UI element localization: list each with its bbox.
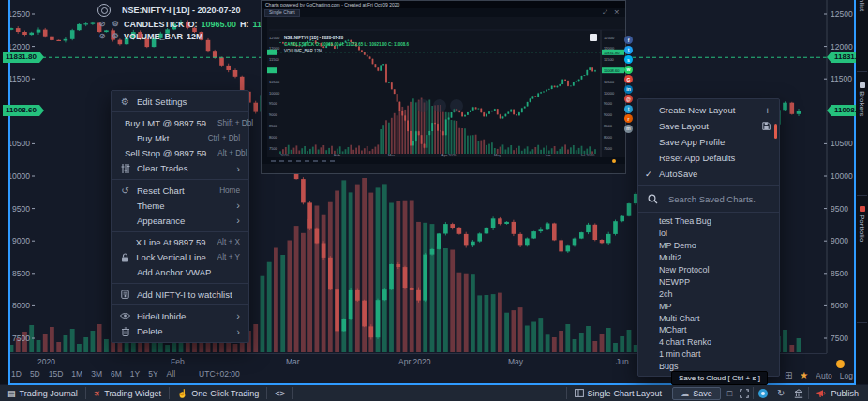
saved-chart-item[interactable]: New Protocol <box>638 264 779 276</box>
svg-text:9500: 9500 <box>269 101 278 106</box>
menu-item-edit-settings[interactable]: ⚙ Edit Settings <box>112 94 248 109</box>
maximize-button[interactable]: □ <box>724 385 736 401</box>
menu-item-theme[interactable]: Theme › <box>112 198 248 213</box>
search-input[interactable] <box>666 193 770 205</box>
menu-item-add-to-watchlist[interactable]: Add NIFTY-I to watchlist <box>112 287 248 302</box>
menu-scrollbar-thumb[interactable] <box>774 124 777 139</box>
share-icon-facebook[interactable]: f <box>624 36 633 44</box>
saved-chart-item[interactable]: Multi Chart <box>638 312 779 324</box>
share-icon-gmail[interactable]: @ <box>624 95 633 103</box>
share-icon-telegram[interactable]: t <box>624 105 633 113</box>
menu-item-lock-vertical-line[interactable]: Lock Vertical Line Alt + Y <box>112 250 248 265</box>
trading-journal-button[interactable]: ▤ Trading Journal <box>0 385 85 401</box>
menu-item-reset-chart[interactable]: ↺ Reset Chart Home <box>112 183 248 198</box>
share-icon-whatsapp[interactable]: w <box>624 66 633 74</box>
saved-chart-item[interactable]: MP Demo <box>638 240 779 252</box>
tf-all[interactable]: All <box>167 369 175 379</box>
gear-icon[interactable]: ⚙ <box>111 20 120 28</box>
menu-item-save-app-profile[interactable]: Save App Profile <box>638 134 779 150</box>
share-icon-google[interactable]: G <box>624 75 633 83</box>
tf-15d[interactable]: 15D <box>49 369 64 379</box>
share-icon-email[interactable]: m <box>624 125 633 133</box>
one-click-trading-button[interactable]: ☝ One-Click Trading <box>170 385 266 401</box>
share-icon-linkedin[interactable]: in <box>624 85 633 94</box>
menu-item-buy-lmt[interactable]: Buy LMT @ 9897.59 Shift + Dbl <box>112 115 248 130</box>
log-scale-toggle[interactable]: Log <box>840 371 853 380</box>
saved-chart-item[interactable]: Multi2 <box>638 252 779 264</box>
open-label: O: <box>188 20 198 29</box>
megaphone-icon <box>816 389 827 398</box>
code-button[interactable]: <> <box>267 385 292 401</box>
layout-menu: Create New Layout + Save Layout Save App… <box>637 98 780 377</box>
eye-off-icon[interactable]: ⊘ <box>97 32 107 40</box>
price-axis-label: 8000 <box>831 301 848 310</box>
trash-icon <box>119 327 131 336</box>
saved-charts-search[interactable] <box>638 188 779 209</box>
star-icon[interactable]: ★ <box>800 370 808 380</box>
svg-text:11500: 11500 <box>269 57 280 62</box>
share-icon-twitter[interactable]: t <box>624 46 633 54</box>
sync-button[interactable]: ↻ <box>772 385 789 401</box>
volume-study-name[interactable]: VOLUME_BAR <box>124 32 183 41</box>
eye-off-icon[interactable]: ⊘ <box>97 20 107 28</box>
tf-6m[interactable]: 6M <box>111 369 122 379</box>
save-button[interactable]: ☁ Save <box>672 387 721 400</box>
price-tag: 11831.80 <box>3 52 39 63</box>
menu-item-reset-app-defaults[interactable]: Reset App Defaults <box>638 150 779 166</box>
grid-icon[interactable]: ⊞ <box>785 370 792 380</box>
screenshot-button[interactable] <box>754 385 772 401</box>
publish-button[interactable]: Publish <box>809 385 866 401</box>
tf-1d[interactable]: 1D <box>11 369 22 379</box>
menu-item-add-anchor-vwap[interactable]: Add Anchor VWAP <box>112 265 248 280</box>
menu-item-x-line[interactable]: X Line At 9897.59 Alt + X <box>112 235 248 250</box>
portfolio-icon <box>860 206 865 212</box>
study-name[interactable]: CANDLESTICK <box>124 20 185 29</box>
single-chart-layout-button[interactable]: Single-Chart Layout <box>567 385 670 401</box>
date-axis-label: Mar <box>286 357 300 366</box>
cloud-icon: ☁ <box>681 389 689 398</box>
tf-5y[interactable]: 5Y <box>148 369 157 379</box>
menu-item-buy-mkt[interactable]: Buy Mkt Ctrl + Dbl <box>112 130 248 145</box>
saved-chart-item[interactable]: MChart <box>638 324 779 336</box>
menu-item-create-new-layout[interactable]: Create New Layout + <box>638 102 779 118</box>
svg-text:11008.60: 11008.60 <box>604 68 620 73</box>
menu-item-autosave[interactable]: ✓ AutoSave <box>638 166 779 182</box>
date-axis-label: Apr 2020 <box>398 357 431 366</box>
svg-text:12500: 12500 <box>604 36 615 40</box>
auto-scale-toggle[interactable]: Auto <box>816 371 832 380</box>
svg-text:9000: 9000 <box>604 112 613 117</box>
price-axis-label: 12500 <box>831 9 853 19</box>
menu-item-hide-unhide[interactable]: Hide/Unhide › <box>112 308 248 323</box>
saved-chart-item[interactable]: 4 chart Renko <box>638 336 779 349</box>
menu-item-clear-trades[interactable]: Clear Trades... › <box>112 161 248 176</box>
saved-chart-item[interactable]: 2ch <box>638 288 779 300</box>
share-icon-reddit[interactable]: r <box>624 114 633 123</box>
menu-item-save-layout[interactable]: Save Layout <box>638 118 779 134</box>
lock-icon <box>119 253 130 262</box>
preview-window-icons: ⤢ ✕ <box>603 9 621 16</box>
gear-icon[interactable]: ⚙ <box>111 32 120 40</box>
submenu-chevron-icon: › <box>236 164 240 173</box>
tf-1y[interactable]: 1Y <box>130 369 140 379</box>
saved-chart-item[interactable]: 1 min chart <box>638 349 779 361</box>
share-icon-skype[interactable]: s <box>624 55 633 64</box>
saved-chart-item[interactable]: MP <box>638 300 779 312</box>
saved-chart-item[interactable]: lol <box>638 228 779 240</box>
tab-portfolio[interactable]: Portfolio <box>856 204 868 294</box>
tf-3m[interactable]: 3M <box>91 369 102 379</box>
trading-widget-button[interactable]: ✈ Trading Widget <box>86 385 169 401</box>
timezone-label[interactable]: UTC+02:00 <box>199 369 240 379</box>
tf-5d[interactable]: 5D <box>30 369 40 379</box>
tf-1m[interactable]: 1M <box>71 369 82 379</box>
magnifier-icon[interactable] <box>97 4 111 17</box>
saved-chart-item[interactable]: test Thea Bug <box>638 215 779 228</box>
fullscreen-button[interactable] <box>736 385 753 401</box>
menu-item-sell-stop[interactable]: Sell Stop @ 9897.59 Alt + Dbl <box>112 146 248 161</box>
symbol-title[interactable]: NSE:NIFTY-I [1D] - 2020-07-20 <box>122 6 241 15</box>
menu-item-delete[interactable]: Delete › <box>112 323 248 338</box>
saved-chart-item[interactable]: NEWPP <box>638 275 779 288</box>
menu-item-appearance[interactable]: Appearance › <box>112 213 248 228</box>
tab-brokers[interactable]: Brokers <box>856 81 868 154</box>
tab-watchlist[interactable]: Watchlist <box>856 0 868 66</box>
marketplace-button[interactable] <box>789 385 808 401</box>
